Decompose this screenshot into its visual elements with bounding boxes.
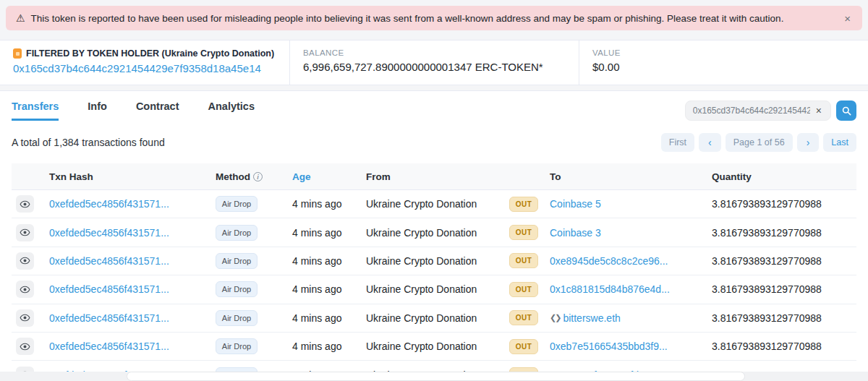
table-row: 0xefded5ec4856f431571... Air Drop 4 mins… [12,247,856,275]
page-indicator: Page 1 of 56 [726,133,793,152]
age-cell: 4 mins ago [292,255,366,267]
table-row: 0xefded5ec4856f431571... Air Drop 4 mins… [12,333,856,361]
txn-hash-link[interactable]: 0xefded5ec4856f431571... [49,283,216,295]
quantity-cell: 3.816793893129770988 [712,283,856,295]
direction-badge: OUT [509,225,538,240]
txn-hash-link[interactable]: 0xefded5ec4856f431571... [49,198,216,210]
method-badge[interactable]: Air Drop [216,196,258,212]
phishing-warning-banner: ⚠︎ This token is reported to have been u… [6,6,862,30]
token-summary-card: FILTERED BY TOKEN HOLDER (Ukraine Crypto… [0,40,868,85]
col-method: Methodi [216,171,292,182]
banner-close-icon[interactable]: × [843,13,852,24]
results-summary: A total of 1,384 transactions found [12,137,165,148]
transfers-table: Txn Hash Methodi Age From To Quantity 0x… [12,163,856,381]
table-header: Txn Hash Methodi Age From To Quantity [12,163,856,190]
table-row: 0xefded5ec4856f431571... Air Drop 4 mins… [12,218,856,247]
value-amount: $0.00 [592,61,856,73]
col-quantity: Quantity [712,171,856,182]
search-input[interactable] [693,106,810,116]
method-info-icon[interactable]: i [253,172,263,181]
balance-section: BALANCE 6,996,659,727.8900000000001347 E… [289,40,579,85]
table-row: 0xefded5ec4856f431571... Air Drop 4 mins… [12,190,856,218]
from-cell: Ukraine Crypto Donation [366,341,509,352]
preview-eye-button[interactable] [16,195,34,213]
tab-info[interactable]: Info [88,100,107,121]
method-badge[interactable]: Air Drop [216,253,258,269]
eye-icon [20,341,30,352]
eye-icon [20,312,30,323]
horizontal-scrollbar-thumb[interactable] [127,372,745,381]
quantity-cell: 3.816793893129770988 [712,341,856,352]
preview-eye-button[interactable] [16,309,34,327]
txn-hash-link[interactable]: 0xefded5ec4856f431571... [49,341,216,352]
direction-badge: OUT [509,310,538,325]
balance-label: BALANCE [303,48,567,57]
warning-triangle-icon: ⚠︎ [16,12,25,24]
table-body: 0xefded5ec4856f431571... Air Drop 4 mins… [12,190,856,381]
token-filter-icon [13,48,22,59]
next-page-button[interactable]: › [797,133,820,152]
to-link[interactable]: 0xeb7e51665435bbd3f9... [550,341,668,352]
quantity-cell: 3.816793893129770988 [712,198,856,210]
preview-eye-button[interactable] [16,281,34,298]
preview-eye-button[interactable] [16,224,34,241]
tab-transfers[interactable]: Transfers [12,100,59,121]
eye-icon [20,255,30,266]
age-cell: 4 mins ago [292,283,366,295]
holder-address-link[interactable]: 0x165cd37b4c644c2921454429e7f9358d18a45e… [13,62,278,74]
preview-eye-button[interactable] [16,338,34,355]
search-button[interactable] [836,100,856,121]
table-row: 0xefded5ec4856f431571... Air Drop 4 mins… [12,304,856,333]
direction-badge: OUT [509,253,538,268]
tab-contract[interactable]: Contract [136,100,179,121]
method-badge[interactable]: Air Drop [216,338,258,354]
search-clear-icon[interactable]: × [814,105,823,116]
filtered-by-label: FILTERED BY TOKEN HOLDER [26,48,159,59]
pagination: First ‹ Page 1 of 56 › Last [661,133,856,152]
value-section: VALUE $0.00 [579,40,868,85]
to-link[interactable]: bitterswe.eth [563,312,620,324]
eye-icon [20,227,30,238]
eye-icon [20,284,30,295]
to-link[interactable]: 0xe8945de5c8c8c2ce96... [550,255,668,267]
to-link[interactable]: Coinbase 5 [550,198,601,210]
direction-badge: OUT [509,339,538,354]
horizontal-scrollbar-track[interactable] [0,372,868,381]
holder-name: (Ukraine Crypto Donation) [162,48,275,59]
eye-icon [20,199,30,210]
col-age[interactable]: Age [292,171,366,182]
method-badge[interactable]: Air Drop [216,310,258,326]
col-from: From [366,171,509,182]
prev-page-button[interactable]: ‹ [699,133,721,152]
txn-hash-link[interactable]: 0xefded5ec4856f431571... [49,255,216,267]
from-cell: Ukraine Crypto Donation [366,198,509,210]
from-cell: Ukraine Crypto Donation [366,227,509,239]
token-transfers-page: ⚠︎ This token is reported to have been u… [0,0,868,381]
direction-badge: OUT [509,197,538,212]
age-cell: 4 mins ago [292,312,366,324]
method-badge[interactable]: Air Drop [216,225,258,241]
table-row: 0xefded5ec4856f431571... Air Drop 4 mins… [12,275,856,304]
from-cell: Ukraine Crypto Donation [366,283,509,295]
col-to: To [550,171,712,182]
age-cell: 4 mins ago [292,198,366,210]
quantity-cell: 3.816793893129770988 [712,312,856,324]
age-cell: 4 mins ago [292,227,366,239]
to-link[interactable]: Coinbase 3 [550,227,601,239]
tab-analytics[interactable]: Analytics [208,100,255,121]
txn-hash-link[interactable]: 0xefded5ec4856f431571... [49,312,216,324]
last-page-button[interactable]: Last [823,133,856,152]
txn-hash-link[interactable]: 0xefded5ec4856f431571... [49,227,216,239]
method-badge[interactable]: Air Drop [216,281,258,297]
tab-bar: Transfers Info Contract Analytics × [0,91,868,121]
direction-badge: OUT [509,282,538,297]
balance-value: 6,996,659,727.8900000000001347 ERC-TOKEN… [303,61,567,73]
preview-eye-button[interactable] [16,252,34,270]
ens-icon: ❮❯ [550,313,560,322]
quantity-cell: 3.816793893129770988 [712,227,856,239]
transfers-card: Transfers Info Contract Analytics × A to… [0,90,868,381]
first-page-button[interactable]: First [661,133,694,152]
from-cell: Ukraine Crypto Donation [366,312,509,324]
to-link[interactable]: 0x1c881815d84b876e4d... [550,283,670,295]
holder-section: FILTERED BY TOKEN HOLDER (Ukraine Crypto… [0,40,289,85]
